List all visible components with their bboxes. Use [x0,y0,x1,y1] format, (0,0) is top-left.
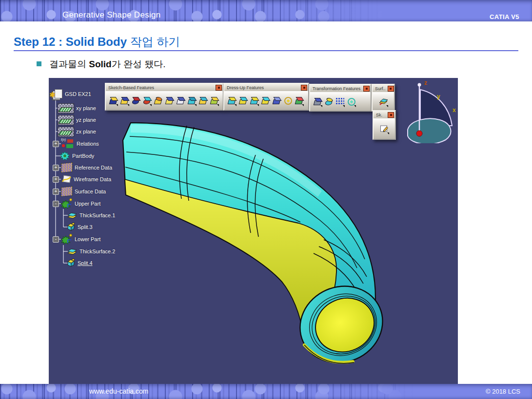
slot-icon [176,96,185,104]
tree-item-lower-part[interactable]: - Lower Part [53,234,100,245]
catia-3d-viewport[interactable]: GSD EX21 xy plane yz plane zx plane + Re… [49,78,458,384]
shaft-button[interactable] [130,94,141,107]
toolbar-title-bar[interactable]: Sketch-Based Features [106,84,223,91]
toolbar-sketcher[interactable]: Sk. [373,110,396,140]
remove-face-icon [295,96,303,104]
shell-button[interactable] [260,94,271,107]
multi-sections-solid-button[interactable] [197,94,208,107]
thick-surface-button[interactable] [378,95,389,108]
toolbar-dress-up-features[interactable]: Dress-Up Features [223,83,309,111]
compass-y-label: y [437,93,440,100]
toolbar-surface-based-features[interactable]: Surf.. [372,84,395,112]
tree-item-split-3[interactable]: Split.3 [66,222,93,232]
view-compass[interactable]: z y x [403,79,457,143]
tree-item-split-4[interactable]: Split.4 [66,258,93,268]
removed-multi-sections-solid-button[interactable] [209,94,219,107]
expand-plus-icon[interactable]: + [53,141,59,147]
plane-icon [58,127,74,137]
chamfer-button[interactable] [237,94,248,107]
compass-axis-tip [418,83,421,87]
pocket-button[interactable] [119,94,130,107]
scaling-button[interactable] [346,95,356,108]
split-icon [66,223,76,231]
compass-z-label: z [424,79,427,86]
groove-button[interactable] [141,94,152,107]
toolbar-title-bar[interactable]: Sk. [374,111,395,118]
footer-website: www.edu-catia.com [89,387,148,395]
relations-icon [61,138,75,149]
pad-button[interactable] [108,94,118,107]
mirror-icon [324,97,333,105]
tree-item-wireframe-data[interactable]: + Wireframe Data [53,174,111,185]
thick-surface-icon [66,211,78,220]
tree-item-xy-plane[interactable]: xy plane [58,103,96,114]
close-icon[interactable] [388,86,394,92]
close-icon[interactable] [301,85,307,91]
tree-item-thicksurface-1[interactable]: ThickSurface.1 [66,210,115,221]
rib-button[interactable] [164,94,175,107]
shell-icon [261,96,270,104]
hole-button[interactable] [153,94,163,107]
solid-body-model[interactable] [49,78,458,384]
workbench-title: Generative Shape Design [62,10,161,20]
open-body-icon [61,186,73,197]
mirror-button[interactable] [323,95,334,108]
close-icon[interactable] [363,86,370,92]
slot-button[interactable] [175,94,186,107]
close-icon[interactable] [216,85,222,91]
expand-plus-icon[interactable]: + [53,189,59,195]
draft-angle-button[interactable] [249,94,259,107]
compass-origin-dot [416,131,422,136]
partbody-icon [59,151,70,161]
translation-button[interactable] [312,95,323,108]
groove-icon [142,96,151,104]
stiffener-button[interactable] [186,94,197,107]
rectangular-pattern-button[interactable] [335,95,345,108]
compass-base-plane [408,118,451,143]
open-body-icon [61,162,73,173]
page-title: Step 12 : Solid Body 작업 하기 [14,34,180,50]
thickness-button[interactable] [271,94,282,107]
toolbar-transformation-features[interactable]: Transformation Features [309,84,372,112]
expand-plus-icon[interactable]: + [53,176,59,183]
toolbar-sketch-based-features[interactable]: Sketch-Based Features [105,83,224,111]
stiffener-icon [187,96,196,104]
tree-item-yz-plane[interactable]: yz plane [58,114,96,125]
translation-icon [313,97,322,105]
page-title-main: Step 12 : Solid Body [14,35,127,48]
slide-footer: www.edu-catia.com © 2018 LCS [0,384,532,399]
tree-item-root[interactable]: GSD EX21 [50,89,91,99]
sketcher-icon [380,124,389,133]
thread-tap-button[interactable] [282,94,293,107]
edge-fillet-button[interactable] [226,94,237,107]
pocket-icon [120,96,129,104]
elbow-pipe[interactable] [123,123,395,376]
tree-item-upper-part[interactable]: - Upper Part [53,198,100,209]
tree-item-reference-data[interactable]: + Reference Data [53,162,112,173]
collapse-minus-icon[interactable]: - [53,236,59,243]
toolbar-title-bar[interactable]: Surf.. [373,85,394,92]
collapse-minus-icon[interactable]: - [53,201,59,207]
shaft-icon [131,96,140,104]
sketch-button[interactable] [379,122,390,135]
close-icon[interactable] [388,112,394,118]
tree-item-partbody[interactable]: PartBody [59,151,94,161]
plane-icon [58,103,74,114]
scaling-icon [347,97,355,105]
bullet-square-icon [37,61,41,66]
toolbar-title-bar[interactable]: Dress-Up Features [224,84,308,91]
removed-multi-sections-solid-icon [210,96,218,104]
tree-item-zx-plane[interactable]: zx plane [58,126,96,137]
expand-plus-icon[interactable]: + [53,165,59,171]
tree-item-relations[interactable]: + Relations [53,138,99,149]
split-icon [66,259,76,267]
thick-surface-icon [66,247,78,256]
tree-item-thicksurface-2[interactable]: ThickSurface.2 [66,246,115,257]
toolbar-title-bar[interactable]: Transformation Features [310,85,371,92]
draft-angle-icon [250,96,258,104]
multi-sections-solid-icon [198,96,207,104]
remove-face-button[interactable] [294,94,304,107]
chamfer-icon [238,96,247,104]
part-icon [50,89,63,99]
tree-item-surface-data[interactable]: + Surface Data [53,186,106,197]
